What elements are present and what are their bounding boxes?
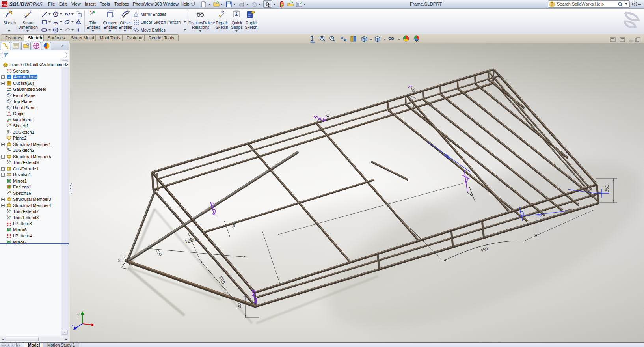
svg-text:?: ? <box>633 2 635 6</box>
svg-text:Z: Z <box>71 324 73 327</box>
svg-text:50: 50 <box>117 258 121 262</box>
svg-text:3D: 3D <box>7 148 10 150</box>
svg-text:1200: 1200 <box>184 236 196 244</box>
svg-text:3D: 3D <box>7 130 10 132</box>
svg-text:SW: SW <box>2 3 7 7</box>
svg-text:200: 200 <box>237 301 242 308</box>
svg-text:50: 50 <box>231 224 236 229</box>
svg-text:A: A <box>8 75 11 79</box>
svg-text:Y: Y <box>77 313 80 317</box>
svg-text:50: 50 <box>537 213 542 218</box>
svg-text:350: 350 <box>604 185 610 192</box>
